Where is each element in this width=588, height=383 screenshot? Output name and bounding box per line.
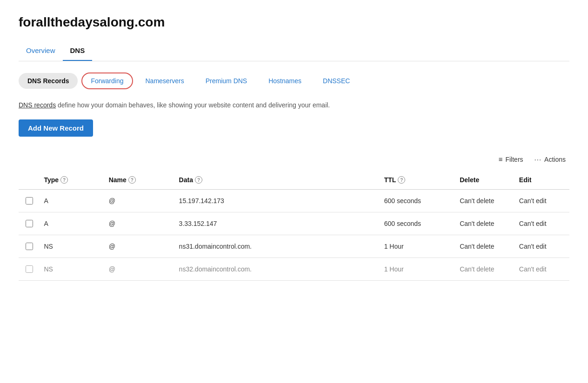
sub-tab-bar: DNS Records Forwarding Nameservers Premi… [19,73,569,89]
row-checkbox-1[interactable] [26,220,33,227]
row-data: ns31.domaincontrol.com. [175,235,381,258]
data-help-icon[interactable]: ? [195,176,202,184]
sub-tab-dnssec[interactable]: DNSSEC [314,73,359,89]
th-delete: Delete [456,171,515,190]
ttl-help-icon[interactable]: ? [398,176,405,184]
table-row: A @ 15.197.142.173 600 seconds Can't del… [19,190,569,212]
sub-tab-forwarding[interactable]: Forwarding [81,73,133,89]
row-data: 15.197.142.173 [175,190,381,212]
row-checkbox-cell [19,190,40,212]
row-delete: Can't delete [456,190,515,212]
table-row: NS @ ns32.domaincontrol.com. 1 Hour Can'… [19,258,569,281]
sub-tab-hostnames[interactable]: Hostnames [260,73,310,89]
row-checkbox-cell [19,212,40,235]
filters-icon: ≡ [499,155,503,163]
dns-description: DNS records define how your domain behav… [19,100,569,110]
table-row: A @ 3.33.152.147 600 seconds Can't delet… [19,212,569,235]
actions-icon: ··· [535,155,542,163]
row-delete: Can't delete [456,235,515,258]
sub-tab-premium-dns[interactable]: Premium DNS [197,73,256,89]
table-row: NS @ ns31.domaincontrol.com. 1 Hour Can'… [19,235,569,258]
row-checkbox-cell [19,258,40,281]
row-ttl: 600 seconds [381,212,456,235]
th-name: Name ? [105,171,175,190]
row-data: ns32.domaincontrol.com. [175,258,381,281]
table-controls: ≡ Filters ··· Actions [19,155,569,163]
row-delete: Can't delete [456,258,515,281]
row-delete: Can't delete [456,212,515,235]
row-checkbox-2[interactable] [26,243,33,250]
filters-button[interactable]: ≡ Filters [499,155,523,163]
dns-table: Type ? Name ? Data ? [19,171,569,281]
sub-tab-nameservers[interactable]: Nameservers [137,73,193,89]
row-edit: Can't edit [515,190,569,212]
th-type: Type ? [40,171,105,190]
row-checkbox-3[interactable] [26,265,33,273]
row-ttl: 1 Hour [381,235,456,258]
row-edit: Can't edit [515,212,569,235]
row-name: @ [105,235,175,258]
domain-title: forallthedaysalong.com [19,15,569,30]
row-ttl: 600 seconds [381,190,456,212]
row-name: @ [105,190,175,212]
dns-records-link[interactable]: DNS records [19,101,56,109]
main-tab-bar: Overview DNS [19,41,569,61]
tab-dns[interactable]: DNS [63,41,93,61]
row-type: NS [40,258,105,281]
th-data: Data ? [175,171,381,190]
row-ttl: 1 Hour [381,258,456,281]
filters-label: Filters [505,156,523,163]
row-data: 3.33.152.147 [175,212,381,235]
row-name: @ [105,258,175,281]
actions-label: Actions [544,156,566,163]
row-type: A [40,190,105,212]
row-checkbox-0[interactable] [26,197,33,205]
row-checkbox-cell [19,235,40,258]
row-name: @ [105,212,175,235]
actions-button[interactable]: ··· Actions [535,155,566,163]
type-help-icon[interactable]: ? [60,176,68,184]
row-type: A [40,212,105,235]
name-help-icon[interactable]: ? [128,176,136,184]
tab-overview[interactable]: Overview [19,41,63,61]
table-header-row: Type ? Name ? Data ? [19,171,569,190]
sub-tab-dns-records[interactable]: DNS Records [19,73,78,89]
th-ttl: TTL ? [381,171,456,190]
add-new-record-button[interactable]: Add New Record [19,119,93,137]
row-edit: Can't edit [515,235,569,258]
row-type: NS [40,235,105,258]
row-edit: Can't edit [515,258,569,281]
th-checkbox [19,171,40,190]
th-edit: Edit [515,171,569,190]
